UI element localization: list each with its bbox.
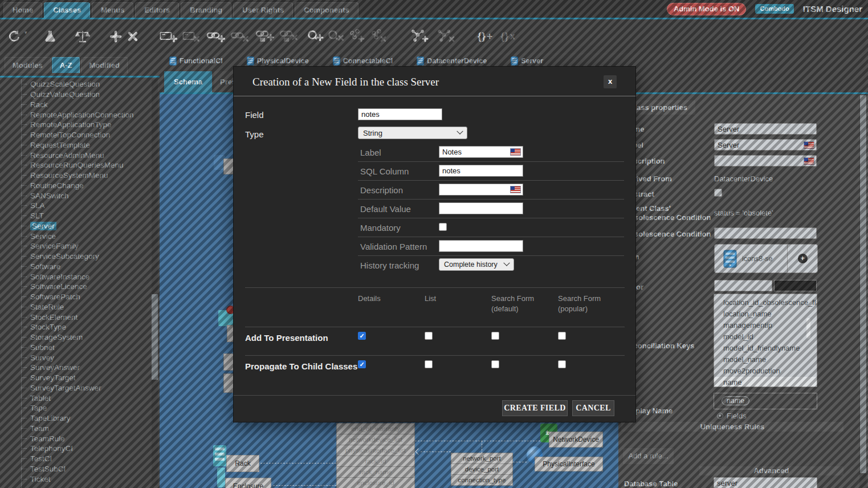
- create-field-button[interactable]: CREATE FIELD: [502, 400, 568, 416]
- display-name-tag[interactable]: name: [722, 396, 749, 405]
- add-presentation-search-default-checkbox[interactable]: [491, 332, 499, 340]
- remove-lifecycle-icon[interactable]: [279, 25, 299, 48]
- abstract-checkbox[interactable]: [714, 189, 722, 197]
- flask-icon[interactable]: [43, 25, 57, 48]
- class-list-item[interactable]: TestSubCI: [22, 464, 147, 474]
- class-list-item[interactable]: Tablet: [22, 393, 147, 403]
- enclosure-node[interactable]: Enclosure: [225, 478, 271, 488]
- class-list-item[interactable]: SoftwareInstance: [22, 271, 147, 282]
- reconciliation-key-item[interactable]: move2production: [714, 365, 817, 377]
- reconciliation-key-item[interactable]: model_id_friendlyname: [714, 343, 817, 354]
- attribute-row[interactable]: rack_id: [336, 456, 415, 467]
- class-list-item[interactable]: RemoteApplicationType: [22, 120, 147, 130]
- attribute-row[interactable]: rack_name: [336, 466, 415, 478]
- undo-icon[interactable]: [7, 25, 22, 48]
- validation-pattern-input[interactable]: [439, 240, 523, 252]
- add-field-icon[interactable]: [160, 25, 178, 48]
- attribute-row[interactable]: end_of_warranty: [336, 423, 415, 434]
- reconciliation-key-item[interactable]: managementip: [714, 320, 817, 331]
- class-list-item[interactable]: SoftwarePatch: [22, 292, 147, 302]
- class-list-item[interactable]: TestCI: [22, 454, 147, 464]
- sidebar-scrollbar-thumb[interactable]: [152, 294, 158, 380]
- description-field[interactable]: [714, 155, 817, 166]
- nav-tab[interactable]: Home: [3, 2, 42, 18]
- remove-link-icon[interactable]: [230, 25, 250, 48]
- add-icon[interactable]: [109, 25, 122, 48]
- add-icon-button[interactable]: +: [798, 254, 808, 263]
- class-list-item[interactable]: QuizzScaleQuestion: [22, 79, 147, 90]
- class-tab[interactable]: PhysicalDevice: [247, 56, 309, 66]
- physical-interface-node[interactable]: PhysicalInterface: [535, 457, 603, 471]
- sidebar-tab[interactable]: Modules: [5, 57, 51, 73]
- class-list-item[interactable]: Rack: [22, 100, 147, 110]
- class-list-item[interactable]: StorageSystem: [22, 332, 147, 343]
- class-list-item[interactable]: SLA: [22, 201, 147, 211]
- class-list-item[interactable]: Software: [22, 262, 147, 272]
- remove-field-icon[interactable]: [182, 25, 201, 48]
- class-list-item[interactable]: RemoteiTopConnection: [22, 130, 147, 140]
- reconciliation-key-item[interactable]: location_id_obsolescence_flag: [714, 297, 817, 308]
- class-list-item[interactable]: SANSwitch: [22, 190, 147, 201]
- type-select[interactable]: String: [358, 127, 467, 139]
- sql-column-input[interactable]: [439, 165, 523, 177]
- attribute-row[interactable]: physicalinterface_list: [336, 445, 415, 456]
- history-tracking-select[interactable]: Complete history: [439, 258, 514, 271]
- class-list-item[interactable]: SurveyTargetAnswer: [22, 383, 147, 393]
- add-presentation-details-checkbox[interactable]: [358, 332, 366, 340]
- reconciliation-key-item[interactable]: location_name: [714, 308, 817, 320]
- add-presentation-list-checkbox[interactable]: [425, 332, 433, 340]
- class-list-item[interactable]: Team: [22, 424, 147, 434]
- class-list-item[interactable]: RequestTemplate: [22, 140, 147, 151]
- class-list-item[interactable]: ResourceAdminMenu: [22, 150, 147, 160]
- nav-tab[interactable]: Components: [295, 2, 358, 18]
- propagate-search-default-checkbox[interactable]: [491, 360, 499, 368]
- class-list-item[interactable]: Ticket: [22, 474, 147, 484]
- name-field[interactable]: [714, 123, 817, 135]
- nav-tab[interactable]: User Rights: [233, 2, 293, 18]
- add-cluster-icon[interactable]: [348, 25, 366, 48]
- class-list-item[interactable]: StockElement: [22, 312, 147, 322]
- attribute-row[interactable]: networkdevice_list: [336, 434, 415, 445]
- combodo-badge[interactable]: Combodo: [755, 4, 793, 14]
- display-name-box[interactable]: name: [714, 393, 817, 409]
- class-tab[interactable]: ConnectableCI: [333, 56, 393, 66]
- default-value-input[interactable]: [439, 202, 523, 214]
- class-list-item[interactable]: SurveyTarget: [22, 373, 147, 383]
- rack-node[interactable]: Rack: [226, 455, 259, 472]
- reconciliation-key-item[interactable]: model_id: [714, 331, 817, 343]
- class-list-item[interactable]: ResourceSystemMenu: [22, 170, 147, 181]
- attribute-row[interactable]: connection_type: [451, 474, 513, 486]
- color-swatch[interactable]: [774, 280, 817, 291]
- class-icon-picker[interactable]: icons8-se +: [714, 244, 818, 273]
- nav-tab[interactable]: Branding: [181, 2, 231, 18]
- class-list-item[interactable]: RemoteApplicationConnection: [22, 109, 147, 120]
- field-name-input[interactable]: [358, 108, 442, 120]
- attribute-row[interactable]: device_port: [451, 463, 513, 475]
- remove-cluster-icon[interactable]: [369, 25, 388, 48]
- reconciliation-key-item[interactable]: name: [714, 377, 817, 387]
- class-list-item[interactable]: SurveyAnswer: [22, 363, 147, 373]
- class-list-item[interactable]: TeamRule: [22, 433, 147, 444]
- class-tab[interactable]: DatacenterDevice: [417, 56, 487, 66]
- add-lifecycle-icon[interactable]: [255, 25, 275, 48]
- class-list-item[interactable]: SLT: [22, 211, 147, 221]
- class-list-item[interactable]: StockType: [22, 322, 147, 332]
- reconciliation-scrollbar-thumb[interactable]: [806, 318, 810, 339]
- class-list-item[interactable]: StateRule: [22, 302, 147, 312]
- attribute-row[interactable]: network_port: [451, 453, 513, 464]
- add-braces-icon[interactable]: {}+: [478, 25, 492, 48]
- add-presentation-search-popular-checkbox[interactable]: [558, 332, 566, 340]
- attribute-row[interactable]: enclosure_id: [336, 477, 415, 488]
- class-tab[interactable]: FunctionalCI: [169, 56, 223, 66]
- remove-magnifier-icon[interactable]: [327, 25, 344, 48]
- close-icon[interactable]: x: [604, 75, 617, 88]
- propagate-details-checkbox[interactable]: [358, 360, 366, 368]
- cancel-button[interactable]: CANCEL: [572, 400, 614, 416]
- class-list-item[interactable]: TelephonyCI: [22, 444, 147, 454]
- add-rule-button[interactable]: Add a rule...: [623, 448, 674, 464]
- class-list-item[interactable]: ServiceSubcategory: [22, 251, 147, 262]
- color-field[interactable]: [714, 280, 772, 291]
- class-list-item[interactable]: RoutineChange: [22, 181, 147, 191]
- undo-dropdown-caret[interactable]: ▾: [25, 30, 27, 35]
- add-relation-icon[interactable]: [410, 25, 429, 48]
